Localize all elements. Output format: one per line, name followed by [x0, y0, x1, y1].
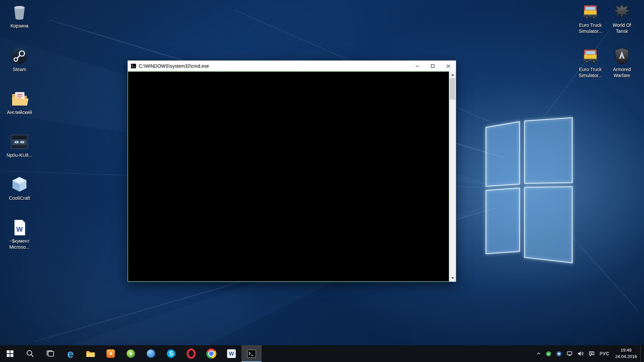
- tray-app-blue[interactable]: [554, 345, 564, 362]
- image-file-icon: [10, 133, 29, 151]
- shield-emblem-icon: [613, 47, 631, 65]
- icon-label: Euro Truck Simulator...: [575, 22, 606, 34]
- icon-label: Английский: [7, 110, 32, 116]
- system-tray: РУС 19:49 24.04.2016: [534, 345, 644, 362]
- icon-label: Euro Truck Simulator...: [575, 67, 606, 78]
- svg-text:S: S: [169, 350, 173, 357]
- cmd-window-titlebar[interactable]: C:\WINDOWS\system32\cmd.exe: [128, 61, 456, 71]
- steam-icon: [10, 47, 29, 65]
- taskbar-skype-button[interactable]: S: [161, 345, 181, 362]
- network-icon: [567, 351, 573, 357]
- action-center-icon: [589, 351, 595, 357]
- close-button[interactable]: [440, 61, 456, 71]
- cube-icon: [10, 176, 29, 194]
- blue-app-icon: [146, 349, 156, 359]
- action-center-button[interactable]: [586, 345, 597, 362]
- truck-icon: [581, 47, 599, 65]
- desktop-icon-euro-truck-2[interactable]: Euro Truck Simulator...: [574, 47, 606, 78]
- clock-date: 24.04.2016: [615, 354, 637, 360]
- icon-label: CoolICraft: [9, 195, 30, 201]
- antivirus-status-icon: [546, 351, 551, 357]
- arrow-down-icon: [451, 277, 454, 279]
- vertical-scrollbar[interactable]: [449, 71, 456, 282]
- close-icon: [446, 64, 450, 68]
- task-view-icon: [46, 349, 55, 358]
- cmd-window: C:\WINDOWS\system32\cmd.exe: [127, 60, 456, 282]
- taskbar-green-app-button[interactable]: [121, 345, 141, 362]
- search-button[interactable]: [20, 345, 40, 362]
- wings-emblem-icon: [613, 3, 631, 21]
- icon-label: Корзина: [10, 23, 28, 29]
- folder-document-icon: [10, 90, 29, 108]
- desktop: Корзина Steam Англ: [0, 0, 644, 362]
- maximize-icon: [431, 64, 435, 68]
- chevron-up-icon: [536, 351, 541, 356]
- network-status[interactable]: [564, 345, 575, 362]
- word-icon: W: [226, 349, 236, 359]
- icon-label: Steam: [13, 67, 26, 73]
- desktop-icon-word-temp-doc[interactable]: W ~$кумент Microso...: [3, 219, 36, 250]
- tray-app-green[interactable]: [543, 345, 554, 362]
- desktop-icon-image-file[interactable]: Np0u-KU8...: [3, 133, 36, 159]
- clock-time: 19:49: [621, 347, 632, 354]
- recycle-bin-icon: [10, 3, 29, 21]
- windows-logo-panes: [486, 118, 572, 263]
- scroll-down-button[interactable]: [449, 275, 456, 282]
- desktop-icon-coolicraft[interactable]: CoolICraft: [3, 176, 36, 201]
- maximize-button[interactable]: [425, 61, 440, 71]
- taskbar-media-player-button[interactable]: [101, 345, 121, 362]
- icon-label: Np0u-KU8...: [6, 153, 32, 159]
- search-icon: [26, 349, 35, 358]
- tray-expand-button[interactable]: [534, 345, 543, 362]
- taskbar-blue-app-button[interactable]: [141, 345, 161, 362]
- desktop-icon-armored-warfare[interactable]: Armored Warfare: [606, 47, 638, 78]
- desktop-icon-recycle-bin[interactable]: Корзина: [3, 3, 36, 29]
- console-output[interactable]: [128, 71, 449, 282]
- svg-text:W: W: [16, 225, 23, 233]
- desktop-icon-euro-truck-1[interactable]: Euro Truck Simulator...: [574, 3, 606, 34]
- scrollbar-track[interactable]: [449, 78, 456, 275]
- taskbar-clock[interactable]: 19:49 24.04.2016: [612, 347, 640, 360]
- taskbar-opera-button[interactable]: [181, 345, 201, 362]
- taskbar: e: [0, 345, 644, 362]
- volume-icon: [577, 351, 584, 357]
- task-view-button[interactable]: [40, 345, 60, 362]
- start-button[interactable]: [0, 345, 20, 362]
- language-indicator[interactable]: РУС: [597, 345, 612, 362]
- minimize-button[interactable]: [410, 61, 425, 71]
- chrome-icon: [206, 349, 216, 359]
- volume-control[interactable]: [575, 345, 586, 362]
- windows-start-icon: [6, 350, 14, 358]
- green-app-icon: [126, 349, 136, 359]
- taskbar-chrome-button[interactable]: [201, 345, 221, 362]
- icon-label: World Of Tansk: [606, 22, 637, 34]
- taskbar-word-button[interactable]: W: [221, 345, 241, 362]
- desktop-icon-steam[interactable]: Steam: [3, 47, 36, 73]
- taskbar-cmd-button[interactable]: [241, 345, 262, 362]
- icon-label: Armored Warfare: [606, 67, 637, 78]
- icon-label: ~$кумент Microso...: [4, 238, 35, 250]
- show-desktop-button[interactable]: [640, 345, 643, 362]
- file-explorer-icon: [86, 349, 96, 359]
- cmd-icon: [130, 63, 137, 69]
- desktop-icon-english-folder[interactable]: Английский: [3, 90, 36, 116]
- minimize-icon: [415, 64, 419, 68]
- desktop-icon-world-of-tanks[interactable]: World Of Tansk: [606, 3, 638, 34]
- truck-icon: [581, 3, 599, 21]
- arrow-up-icon: [451, 74, 454, 76]
- word-document-icon: W: [10, 219, 29, 237]
- window-title: C:\WINDOWS\system32\cmd.exe: [139, 63, 209, 69]
- media-player-icon: [106, 349, 116, 359]
- skype-icon: S: [166, 349, 176, 359]
- taskbar-edge-button[interactable]: e: [60, 345, 80, 362]
- opera-icon: [186, 349, 196, 359]
- blue-dot-icon: [556, 351, 562, 357]
- taskbar-file-explorer-button[interactable]: [80, 345, 101, 362]
- svg-text:W: W: [229, 351, 234, 357]
- scroll-up-button[interactable]: [449, 71, 456, 78]
- edge-icon: e: [67, 348, 74, 359]
- scrollbar-thumb[interactable]: [450, 78, 455, 100]
- cmd-icon: [247, 349, 257, 359]
